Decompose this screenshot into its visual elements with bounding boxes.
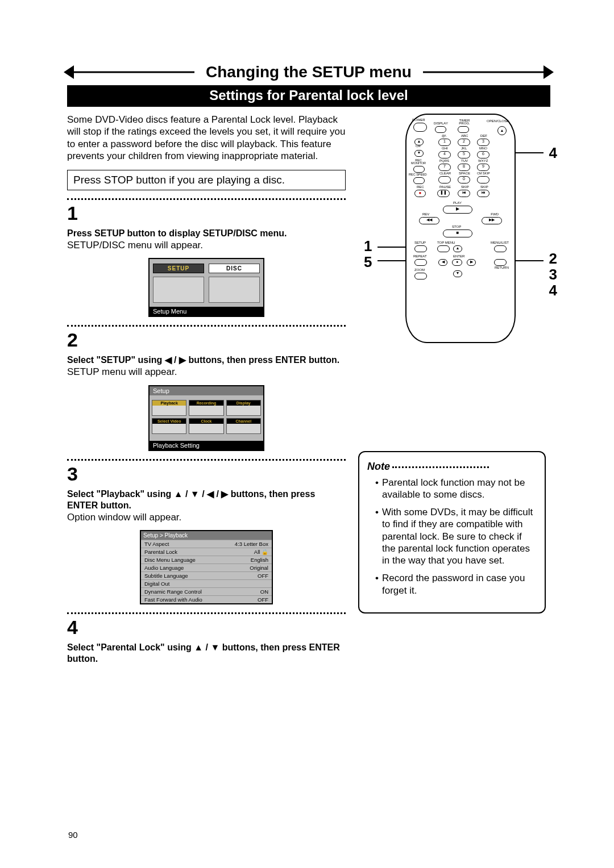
step-3-heading: Select "Playback" using ▲ / ▼ / ◀ / ▶ bu… [67,489,346,511]
callout-3: 3 [549,266,557,283]
section-subtitle: Settings for Parental lock level [67,85,550,107]
power-label: POWER [412,118,425,122]
step-1-heading: Press SETUP button to display SETUP/DISC… [67,228,346,239]
step-2-number: 2 [67,329,346,351]
step-1-text: SETUP/DISC menu will appear. [67,239,346,251]
note-item: Parental lock function may not be availa… [375,477,537,501]
title-banner: Changing the SETUP menu [67,62,550,82]
stop-instruction-box: Press STOP button if you are playing a d… [67,170,346,190]
step-1-number: 1 [67,202,346,224]
page-number: 90 [68,830,78,840]
step-2-text: SETUP menu will appear. [67,366,346,378]
setup-tab: SETUP [153,264,204,273]
page-title: Changing the SETUP menu [194,62,423,82]
callout-5: 5 [364,253,372,271]
divider [67,198,346,200]
divider [67,325,346,327]
step-3-text: Option window will appear. [67,511,346,523]
callout-1: 1 [364,237,372,255]
note-title: Note [367,460,390,473]
disc-tab: DISC [209,264,260,273]
note-item: Record the password in case you forget i… [375,572,537,596]
callout-4-bot: 4 [549,282,557,299]
setup-disc-screenshot: SETUP DISC Setup Menu [148,258,264,317]
remote-diagram: POWER DISPLAY TIMER PROG. OPEN/CLOSE ▲ @… [381,114,540,343]
step-4-number: 4 [67,616,346,639]
step-3-number: 3 [67,463,346,485]
divider [67,459,346,461]
playback-options-screenshot: Setup > Playback TV Aspect4:3 Letter Box… [140,530,273,604]
step-4-heading: Select "Parental Lock" using ▲ / ▼ butto… [67,642,346,665]
divider [67,612,346,614]
step-2-heading: Select "SETUP" using ◀ / ▶ buttons, then… [67,354,346,366]
intro-text: Some DVD-Video discs feature a Parental … [67,114,346,162]
screenshot-caption: Setup Menu [150,307,263,316]
setup-grid-screenshot: Setup Playback Recording Display Select … [148,385,264,451]
callout-2: 2 [549,250,557,268]
note-box: Note Parental lock function may not be a… [358,451,546,614]
callout-4-top: 4 [549,144,557,162]
note-item: With some DVDs, it may be difficult to f… [375,506,537,566]
